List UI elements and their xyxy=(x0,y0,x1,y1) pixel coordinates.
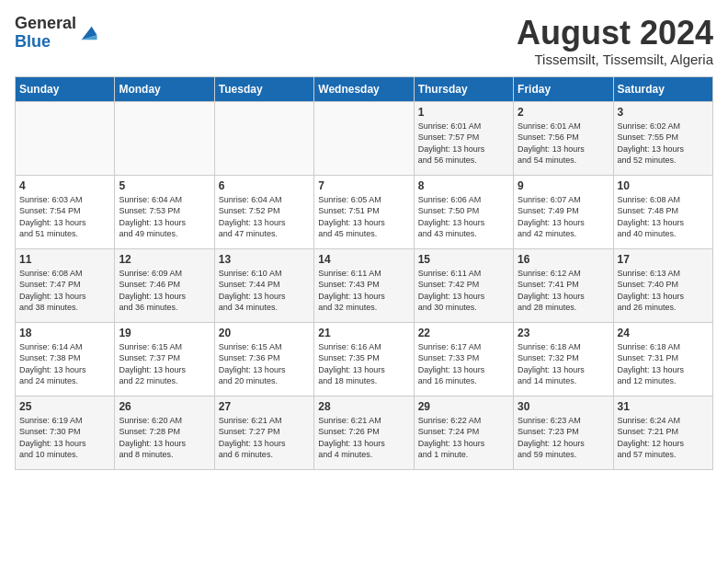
calendar-cell: 4Sunrise: 6:03 AMSunset: 7:54 PMDaylight… xyxy=(16,175,115,248)
day-info: Sunrise: 6:01 AMSunset: 7:56 PMDaylight:… xyxy=(518,121,609,167)
calendar-cell: 21Sunrise: 6:16 AMSunset: 7:35 PMDayligh… xyxy=(314,322,414,396)
day-number: 25 xyxy=(19,400,110,413)
day-info: Sunrise: 6:11 AMSunset: 7:42 PMDaylight:… xyxy=(418,268,509,314)
day-number: 16 xyxy=(518,253,609,266)
day-number: 19 xyxy=(119,327,210,339)
day-number: 17 xyxy=(618,253,709,266)
day-number: 9 xyxy=(518,179,609,192)
day-info: Sunrise: 6:17 AMSunset: 7:33 PMDaylight:… xyxy=(418,341,509,387)
calendar-cell: 2Sunrise: 6:01 AMSunset: 7:56 PMDaylight… xyxy=(514,101,613,175)
calendar-cell: 10Sunrise: 6:08 AMSunset: 7:48 PMDayligh… xyxy=(613,175,712,248)
day-number: 5 xyxy=(119,179,210,192)
weekday-header-monday: Monday xyxy=(115,76,214,101)
calendar-cell: 26Sunrise: 6:20 AMSunset: 7:28 PMDayligh… xyxy=(115,396,214,469)
day-number: 14 xyxy=(318,253,409,266)
day-info: Sunrise: 6:15 AMSunset: 7:36 PMDaylight:… xyxy=(219,341,310,387)
day-number: 30 xyxy=(518,400,609,413)
logo-general: General xyxy=(15,14,76,32)
calendar-cell: 9Sunrise: 6:07 AMSunset: 7:49 PMDaylight… xyxy=(514,175,613,248)
calendar-cell: 25Sunrise: 6:19 AMSunset: 7:30 PMDayligh… xyxy=(16,396,115,469)
calendar-cell xyxy=(314,101,414,175)
day-number: 8 xyxy=(418,179,509,192)
day-number: 18 xyxy=(19,327,110,339)
day-info: Sunrise: 6:05 AMSunset: 7:51 PMDaylight:… xyxy=(318,194,409,240)
day-number: 13 xyxy=(219,253,310,266)
day-info: Sunrise: 6:16 AMSunset: 7:35 PMDaylight:… xyxy=(318,341,409,387)
day-info: Sunrise: 6:21 AMSunset: 7:26 PMDaylight:… xyxy=(318,415,409,461)
day-info: Sunrise: 6:04 AMSunset: 7:52 PMDaylight:… xyxy=(219,194,310,240)
day-number: 23 xyxy=(518,327,609,339)
day-info: Sunrise: 6:07 AMSunset: 7:49 PMDaylight:… xyxy=(518,194,609,240)
calendar-cell: 19Sunrise: 6:15 AMSunset: 7:37 PMDayligh… xyxy=(115,322,214,396)
calendar-cell xyxy=(16,101,115,175)
calendar-cell: 3Sunrise: 6:02 AMSunset: 7:55 PMDaylight… xyxy=(613,101,712,175)
day-info: Sunrise: 6:01 AMSunset: 7:57 PMDaylight:… xyxy=(418,121,509,167)
week-row-5: 25Sunrise: 6:19 AMSunset: 7:30 PMDayligh… xyxy=(16,396,713,469)
calendar-cell: 5Sunrise: 6:04 AMSunset: 7:53 PMDaylight… xyxy=(115,175,214,248)
weekday-header-wednesday: Wednesday xyxy=(314,76,414,101)
day-info: Sunrise: 6:13 AMSunset: 7:40 PMDaylight:… xyxy=(618,268,709,314)
weekday-header-friday: Friday xyxy=(514,76,613,101)
calendar-cell: 6Sunrise: 6:04 AMSunset: 7:52 PMDaylight… xyxy=(214,175,313,248)
month-title: August 2024 xyxy=(517,15,713,52)
week-row-3: 11Sunrise: 6:08 AMSunset: 7:47 PMDayligh… xyxy=(16,248,713,322)
day-info: Sunrise: 6:02 AMSunset: 7:55 PMDaylight:… xyxy=(618,121,709,167)
calendar-cell: 29Sunrise: 6:22 AMSunset: 7:24 PMDayligh… xyxy=(414,396,513,469)
calendar-cell: 16Sunrise: 6:12 AMSunset: 7:41 PMDayligh… xyxy=(514,248,613,322)
page-header: General Blue August 2024 Tissemsilt, Tis… xyxy=(15,15,713,67)
day-number: 7 xyxy=(318,179,409,192)
day-number: 10 xyxy=(618,179,709,192)
day-number: 1 xyxy=(418,106,509,119)
day-number: 4 xyxy=(19,179,110,192)
day-info: Sunrise: 6:21 AMSunset: 7:27 PMDaylight:… xyxy=(219,415,310,461)
calendar-cell: 24Sunrise: 6:18 AMSunset: 7:31 PMDayligh… xyxy=(613,322,712,396)
calendar-cell: 17Sunrise: 6:13 AMSunset: 7:40 PMDayligh… xyxy=(613,248,712,322)
day-info: Sunrise: 6:10 AMSunset: 7:44 PMDaylight:… xyxy=(219,268,310,314)
day-number: 24 xyxy=(618,327,709,339)
calendar-cell: 30Sunrise: 6:23 AMSunset: 7:23 PMDayligh… xyxy=(514,396,613,469)
day-info: Sunrise: 6:12 AMSunset: 7:41 PMDaylight:… xyxy=(518,268,609,314)
day-info: Sunrise: 6:18 AMSunset: 7:31 PMDaylight:… xyxy=(618,341,709,387)
day-info: Sunrise: 6:06 AMSunset: 7:50 PMDaylight:… xyxy=(418,194,509,240)
calendar-cell: 12Sunrise: 6:09 AMSunset: 7:46 PMDayligh… xyxy=(115,248,214,322)
day-number: 22 xyxy=(418,327,509,339)
day-number: 12 xyxy=(119,253,210,266)
logo-blue: Blue xyxy=(15,32,51,51)
day-number: 28 xyxy=(318,400,409,413)
day-info: Sunrise: 6:08 AMSunset: 7:47 PMDaylight:… xyxy=(19,268,110,314)
calendar-cell: 22Sunrise: 6:17 AMSunset: 7:33 PMDayligh… xyxy=(414,322,513,396)
calendar-cell: 31Sunrise: 6:24 AMSunset: 7:21 PMDayligh… xyxy=(613,396,712,469)
calendar-cell: 23Sunrise: 6:18 AMSunset: 7:32 PMDayligh… xyxy=(514,322,613,396)
calendar-cell: 14Sunrise: 6:11 AMSunset: 7:43 PMDayligh… xyxy=(314,248,414,322)
day-number: 20 xyxy=(219,327,310,339)
calendar-cell: 28Sunrise: 6:21 AMSunset: 7:26 PMDayligh… xyxy=(314,396,414,469)
day-number: 6 xyxy=(219,179,310,192)
calendar-cell: 13Sunrise: 6:10 AMSunset: 7:44 PMDayligh… xyxy=(214,248,313,322)
day-number: 11 xyxy=(19,253,110,266)
calendar-cell: 1Sunrise: 6:01 AMSunset: 7:57 PMDaylight… xyxy=(414,101,513,175)
weekday-header-row: SundayMondayTuesdayWednesdayThursdayFrid… xyxy=(16,76,713,101)
day-info: Sunrise: 6:19 AMSunset: 7:30 PMDaylight:… xyxy=(19,415,110,461)
calendar-table: SundayMondayTuesdayWednesdayThursdayFrid… xyxy=(15,76,713,470)
day-info: Sunrise: 6:24 AMSunset: 7:21 PMDaylight:… xyxy=(618,415,709,461)
logo-icon xyxy=(78,23,98,43)
title-area: August 2024 Tissemsilt, Tissemsilt, Alge… xyxy=(517,15,713,67)
weekday-header-tuesday: Tuesday xyxy=(214,76,313,101)
calendar-cell: 20Sunrise: 6:15 AMSunset: 7:36 PMDayligh… xyxy=(214,322,313,396)
day-info: Sunrise: 6:08 AMSunset: 7:48 PMDaylight:… xyxy=(618,194,709,240)
day-info: Sunrise: 6:14 AMSunset: 7:38 PMDaylight:… xyxy=(19,341,110,387)
day-info: Sunrise: 6:18 AMSunset: 7:32 PMDaylight:… xyxy=(518,341,609,387)
logo: General Blue xyxy=(15,15,98,52)
week-row-4: 18Sunrise: 6:14 AMSunset: 7:38 PMDayligh… xyxy=(16,322,713,396)
day-number: 27 xyxy=(219,400,310,413)
weekday-header-saturday: Saturday xyxy=(613,76,712,101)
day-number: 29 xyxy=(418,400,509,413)
day-info: Sunrise: 6:03 AMSunset: 7:54 PMDaylight:… xyxy=(19,194,110,240)
day-number: 3 xyxy=(618,106,709,119)
day-info: Sunrise: 6:20 AMSunset: 7:28 PMDaylight:… xyxy=(119,415,210,461)
calendar-cell: 27Sunrise: 6:21 AMSunset: 7:27 PMDayligh… xyxy=(214,396,313,469)
day-number: 15 xyxy=(418,253,509,266)
calendar-cell: 18Sunrise: 6:14 AMSunset: 7:38 PMDayligh… xyxy=(16,322,115,396)
day-number: 26 xyxy=(119,400,210,413)
calendar-cell xyxy=(214,101,313,175)
